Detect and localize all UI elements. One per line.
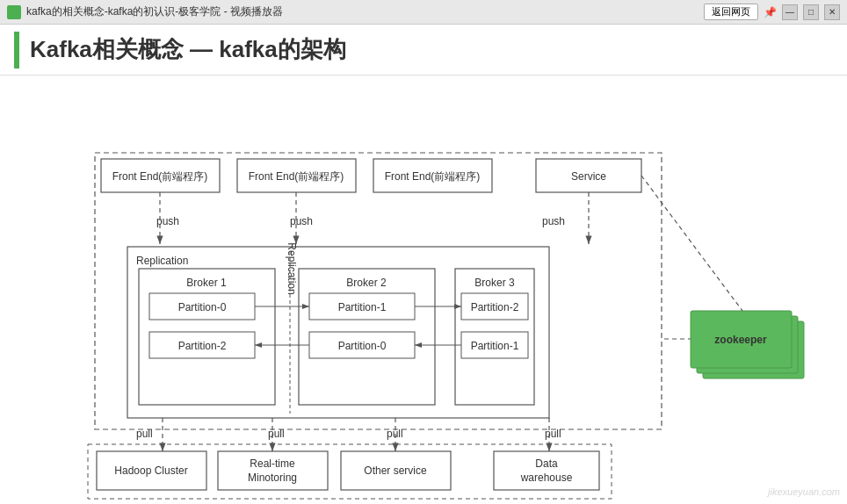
data-warehouse-label-2: warehouse: [520, 472, 573, 484]
app-icon: [7, 5, 21, 19]
pull-label-3: pull: [387, 428, 403, 440]
frontend-label-3: Front End(前端程序): [385, 170, 481, 183]
broker3-partition2-label: Partition-2: [471, 301, 519, 313]
service-label: Service: [571, 170, 606, 183]
page-header: Kafka相关概念 — kafka的架构: [0, 25, 847, 76]
zookeeper-label: zookeeper: [714, 334, 767, 346]
frontend-label-1: Front End(前端程序): [112, 170, 208, 183]
data-warehouse-label-1: Data: [535, 457, 558, 470]
pull-label-1: pull: [136, 428, 153, 440]
title-bar: kafka的相关概念-kafka的初认识-极客学院 - 视频播放器 返回网页 📌…: [0, 0, 847, 25]
push-label-2: push: [290, 215, 313, 227]
title-bold: kafka的架构: [219, 36, 346, 62]
broker2-partition1-label: Partition-1: [338, 301, 387, 313]
watermark: jikexueyuan.com: [768, 486, 840, 497]
realtime-label-2: Minotoring: [248, 472, 297, 484]
frontend-label-2: Front End(前端程序): [249, 170, 344, 183]
broker2-label: Broker 2: [346, 277, 387, 289]
diagram-area: text { font-family: Arial, sans-serif; f…: [0, 76, 847, 504]
architecture-diagram: text { font-family: Arial, sans-serif; f…: [0, 76, 847, 504]
broker1-partition0-label: Partition-0: [178, 301, 227, 313]
broker1-partition2-label: Partition-2: [178, 340, 227, 352]
window-title: kafka的相关概念-kafka的初认识-极客学院 - 视频播放器: [26, 4, 283, 19]
broker3-label: Broker 3: [474, 277, 515, 289]
minimize-button[interactable]: —: [782, 4, 798, 20]
close-button[interactable]: ✕: [824, 4, 840, 20]
header-accent-bar: [14, 32, 19, 68]
pull-label-4: pull: [545, 428, 561, 440]
replication-label-v: Replication: [286, 242, 298, 294]
title-bar-left: kafka的相关概念-kafka的初认识-极客学院 - 视频播放器: [7, 4, 283, 19]
return-button[interactable]: 返回网页: [704, 4, 758, 20]
pin-icon: 📌: [764, 6, 777, 18]
hadoop-label: Hadoop Cluster: [114, 464, 187, 477]
maximize-button[interactable]: □: [803, 4, 819, 20]
replication-label-h: Replication: [136, 255, 188, 267]
push-label-3: push: [542, 215, 565, 227]
zookeeper-line-2: [641, 176, 742, 311]
title-plain: Kafka相关概念 —: [30, 36, 219, 62]
broker3-partition1-label: Partition-1: [471, 340, 519, 352]
realtime-label-1: Real-time: [250, 457, 295, 470]
broker1-label: Broker 1: [186, 277, 227, 289]
broker2-partition0-label: Partition-0: [338, 340, 387, 352]
other-service-label: Other service: [364, 464, 427, 477]
pull-label-2: pull: [268, 428, 285, 440]
page-title: Kafka相关概念 — kafka的架构: [30, 34, 346, 65]
